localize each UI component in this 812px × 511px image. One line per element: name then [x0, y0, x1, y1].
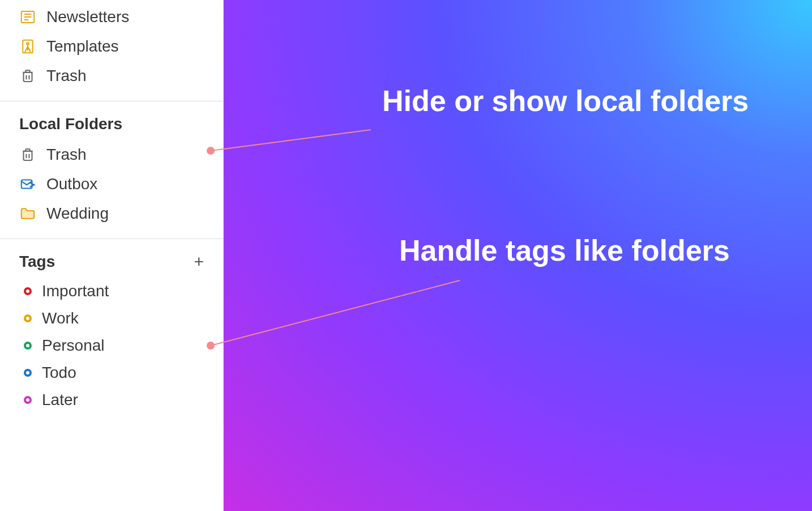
section-title: Tags	[19, 253, 194, 271]
sidebar-item-label: Trash	[46, 146, 204, 164]
tag-color-dot	[24, 314, 32, 322]
sidebar-item-label: Templates	[46, 37, 204, 56]
sidebar-item-label: Trash	[46, 67, 204, 85]
tag-color-dot	[24, 342, 32, 350]
template-icon	[19, 38, 36, 55]
tag-label: Work	[42, 309, 79, 327]
trash-icon	[19, 146, 36, 163]
local-folders-header[interactable]: Local Folders	[0, 101, 223, 140]
content-area: Hide or show local folders Handle tags l…	[224, 0, 812, 511]
tags-header[interactable]: Tags +	[0, 239, 223, 278]
svg-rect-3	[24, 73, 32, 82]
tag-work[interactable]: Work	[0, 305, 223, 332]
local-folder-trash[interactable]: Trash	[0, 140, 223, 169]
trash-icon	[19, 67, 36, 84]
sidebar-item-newsletters[interactable]: Newsletters	[0, 2, 223, 32]
tag-color-dot	[24, 396, 32, 404]
sidebar-item-label: Outbox	[46, 175, 204, 193]
callout-local-folders: Hide or show local folders	[382, 84, 749, 118]
svg-point-2	[27, 42, 29, 45]
outbox-icon	[19, 176, 36, 193]
tag-label: Todo	[42, 364, 76, 382]
tag-label: Later	[42, 391, 78, 409]
svg-rect-4	[24, 151, 32, 160]
sidebar-item-label: Newsletters	[46, 8, 204, 26]
sidebar-item-label: Wedding	[46, 205, 204, 223]
tag-later[interactable]: Later	[0, 386, 223, 414]
sidebar: Newsletters Templates Trash Local Folder…	[0, 0, 224, 511]
add-tag-button[interactable]: +	[194, 253, 204, 270]
local-folder-wedding[interactable]: Wedding	[0, 199, 223, 228]
local-folder-outbox[interactable]: Outbox	[0, 169, 223, 199]
sidebar-item-trash[interactable]: Trash	[0, 61, 223, 91]
tag-color-dot	[24, 287, 32, 295]
tag-label: Personal	[42, 337, 105, 355]
tag-todo[interactable]: Todo	[0, 359, 223, 386]
sidebar-item-templates[interactable]: Templates	[0, 32, 223, 61]
tag-color-dot	[24, 369, 32, 377]
callout-tags: Handle tags like folders	[399, 233, 730, 267]
tag-label: Important	[42, 282, 109, 300]
tag-important[interactable]: Important	[0, 278, 223, 305]
section-title: Local Folders	[19, 115, 204, 133]
newsletter-icon	[19, 8, 36, 25]
tag-personal[interactable]: Personal	[0, 332, 223, 359]
folder-icon	[19, 205, 36, 222]
